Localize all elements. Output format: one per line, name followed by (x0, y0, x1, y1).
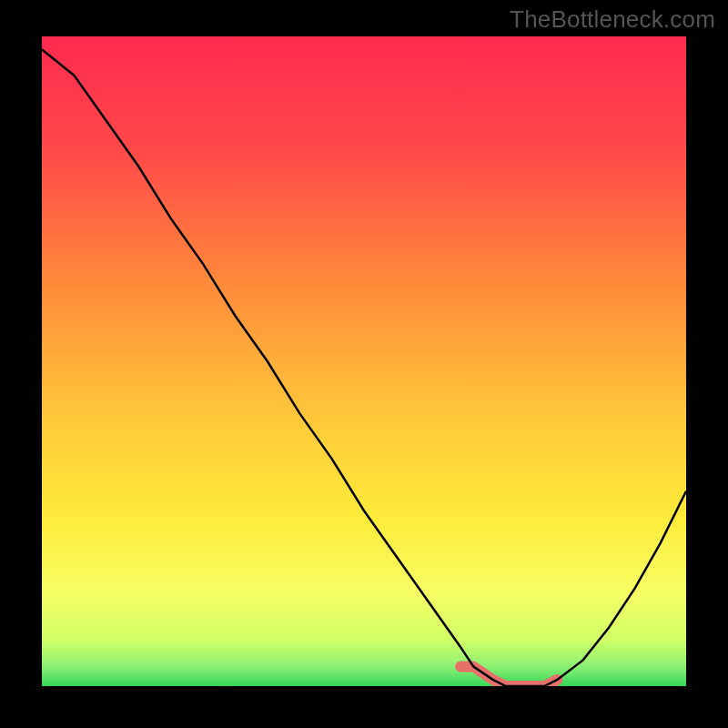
chart-frame: TheBottleneck.com (0, 0, 728, 728)
gradient-background (42, 36, 686, 686)
watermark-text: TheBottleneck.com (510, 5, 715, 34)
plot-area (42, 36, 686, 686)
chart-svg (42, 36, 686, 686)
